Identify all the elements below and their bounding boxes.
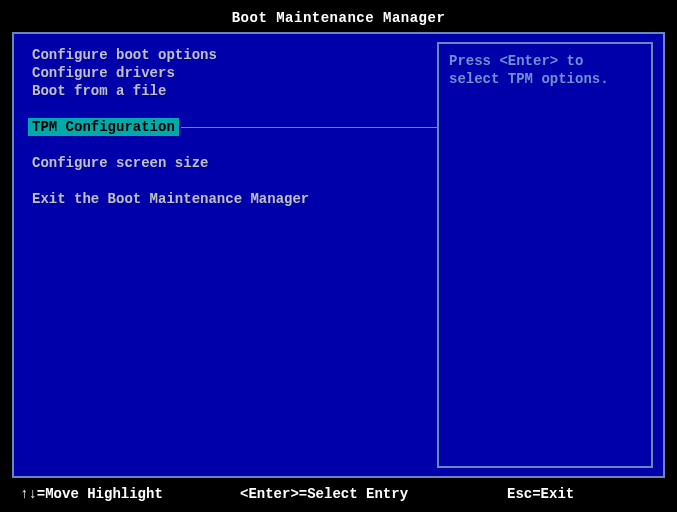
main-panel: Configure boot options Configure drivers…	[12, 32, 665, 478]
menu-item-screen-size[interactable]: Configure screen size	[28, 154, 437, 172]
page-title: Boot Maintenance Manager	[0, 0, 677, 32]
footer-hint-select: <Enter>=Select Entry	[240, 486, 507, 502]
footer-bar: ↑↓=Move Highlight <Enter>=Select Entry E…	[0, 478, 677, 512]
menu-item-tpm-configuration[interactable]: TPM Configuration	[28, 118, 179, 136]
footer-hint-move: ↑↓=Move Highlight	[20, 486, 240, 502]
menu-spacer	[28, 172, 437, 190]
menu-item-boot-from-file[interactable]: Boot from a file	[28, 82, 437, 100]
menu-spacer	[28, 100, 437, 118]
menu-item-configure-boot[interactable]: Configure boot options	[28, 46, 437, 64]
help-text-line1: Press <Enter> to	[449, 52, 641, 70]
footer-hint-exit: Esc=Exit	[507, 486, 657, 502]
help-text-line2: select TPM options.	[449, 70, 641, 88]
menu-item-exit[interactable]: Exit the Boot Maintenance Manager	[28, 190, 437, 208]
menu-item-configure-drivers[interactable]: Configure drivers	[28, 64, 437, 82]
menu-spacer	[28, 136, 437, 154]
bios-screen: Boot Maintenance Manager Configure boot …	[0, 0, 677, 512]
menu-selected-row: TPM Configuration	[28, 118, 437, 136]
menu-panel: Configure boot options Configure drivers…	[14, 32, 437, 478]
help-panel: Press <Enter> to select TPM options.	[437, 42, 653, 468]
separator-line	[181, 127, 437, 128]
